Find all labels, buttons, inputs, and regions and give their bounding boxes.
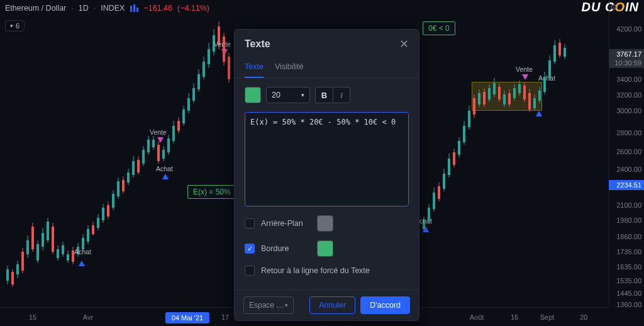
border-checkbox[interactable] [245, 244, 255, 254]
y-tick: 3400.00 [616, 76, 641, 83]
border-color-swatch[interactable] [317, 240, 333, 257]
sell-arrow-icon [522, 74, 528, 80]
buy-arrow-icon [536, 111, 542, 116]
wrap-label: Retour à la ligne forcé du Texte [261, 266, 370, 275]
countdown-label: 10:30:59 [609, 58, 644, 68]
border-label: Bordure [261, 244, 289, 253]
y-tick: 1360.00 [616, 301, 641, 308]
y-tick: 1535.00 [616, 277, 641, 284]
y-tick: 1860.00 [616, 233, 641, 240]
text-drawing-left[interactable]: E(x) = 50% [187, 185, 236, 199]
background-color-swatch[interactable] [317, 215, 333, 232]
font-size-value: 20 [272, 91, 280, 99]
y-tick: 2600.00 [616, 148, 641, 155]
axis-settings-icon[interactable]: ⚙ [610, 3, 618, 12]
text-input[interactable] [245, 112, 409, 206]
x-tick: 15 [29, 313, 36, 321]
label-achat: Achat [538, 74, 555, 82]
template-select[interactable]: Espace … ▾ [243, 296, 294, 314]
bold-button[interactable]: B [315, 87, 333, 103]
wrap-checkbox[interactable] [245, 266, 255, 276]
y-tick: 3000.00 [616, 107, 641, 115]
chevron-down-icon: ▾ [285, 302, 288, 308]
background-checkbox[interactable] [245, 218, 255, 228]
y-tick: 4200.00 [616, 25, 641, 33]
label-achat: Achat [156, 165, 173, 172]
chart-window: Ethereum / Dollar · 1D · INDEX −161.46 (… [0, 0, 644, 326]
cancel-button[interactable]: Annuler [309, 296, 355, 314]
background-row: Arrière-Plan [245, 215, 409, 232]
label-vente: Vente [516, 65, 533, 73]
y-tick: 2800.00 [616, 129, 641, 137]
buy-arrow-icon [162, 174, 169, 179]
x-tick-highlight: 04 Mai '21 [165, 312, 209, 323]
tab-text[interactable]: Texte [245, 57, 264, 77]
x-tick: Avr [83, 313, 93, 321]
x-tick: Sept [540, 313, 555, 321]
template-label: Espace … [249, 301, 284, 310]
tab-visibility[interactable]: Visibilité [275, 57, 304, 77]
close-icon[interactable]: ✕ [399, 37, 409, 51]
dialog-body: 20 ▾ B I Arrière-Plan Bordure [235, 78, 419, 284]
ok-button[interactable]: D'accord [360, 296, 410, 314]
crosshair-price-label: 2234.51 [609, 180, 644, 190]
x-tick: 20 [580, 313, 587, 321]
dialog-footer: Espace … ▾ Annuler D'accord [235, 289, 419, 320]
wrap-row: Retour à la ligne forcé du Texte [245, 266, 409, 276]
price-axis[interactable]: ⚙ 4200.00 3767.17 10:30:59 3400.00 3200.… [609, 0, 644, 305]
text-settings-dialog: Texte ✕ Texte Visibilité 20 ▾ B I [234, 29, 419, 321]
buy-arrow-icon [423, 227, 429, 232]
text-drawing-top[interactable]: 0€ < 0 [423, 21, 455, 35]
y-tick: 2100.00 [616, 201, 641, 209]
price-zone[interactable] [472, 82, 542, 111]
y-tick: 1980.00 [616, 216, 641, 224]
x-tick: Août [470, 313, 484, 321]
font-row: 20 ▾ B I [245, 87, 409, 103]
font-size-select[interactable]: 20 ▾ [266, 87, 310, 103]
background-label: Arrière-Plan [261, 219, 303, 228]
x-tick: 17 [221, 313, 229, 321]
y-tick: 1735.00 [616, 248, 641, 256]
y-tick: 3200.00 [616, 91, 641, 99]
dialog-tabs: Texte Visibilité [235, 55, 419, 78]
dialog-header[interactable]: Texte ✕ [235, 30, 419, 55]
x-tick: 16 [511, 313, 518, 321]
y-tick: 1635.00 [616, 263, 641, 271]
y-tick: 1445.00 [616, 289, 641, 297]
y-tick: 2400.00 [616, 166, 641, 173]
italic-button[interactable]: I [333, 87, 350, 103]
chevron-down-icon: ▾ [301, 92, 304, 98]
border-row: Bordure [245, 240, 409, 257]
text-color-swatch[interactable] [245, 87, 261, 103]
buy-arrow-icon [79, 261, 85, 266]
label-vente: Vente [150, 128, 167, 136]
dialog-title: Texte [245, 38, 270, 50]
